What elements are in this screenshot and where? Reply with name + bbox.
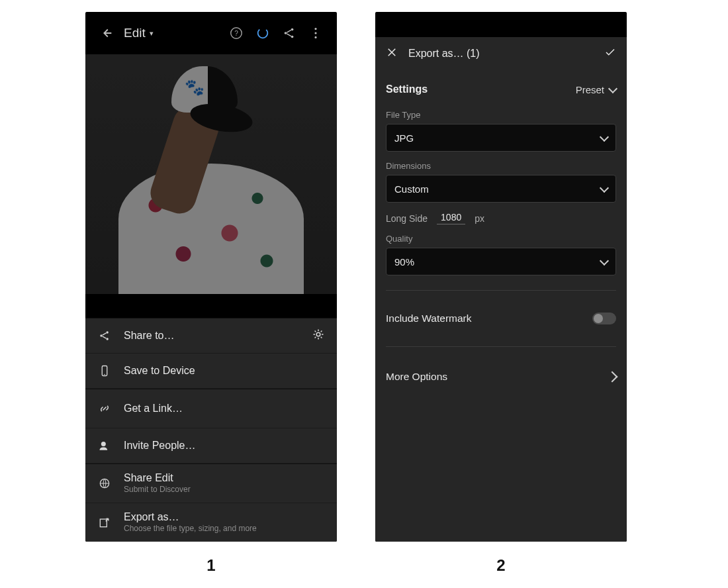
caption-1: 1	[85, 556, 337, 575]
export-panel: Settings Preset File Type JPG Dimensions…	[375, 70, 627, 542]
share-button[interactable]	[276, 26, 302, 40]
svg-point-8	[314, 36, 316, 38]
chevron-down-icon	[600, 256, 609, 266]
phone-icon	[98, 364, 111, 377]
watermark-toggle[interactable]	[592, 313, 616, 324]
overflow-button[interactable]	[302, 26, 329, 40]
share-to-label: Share to…	[124, 330, 174, 342]
svg-point-12	[316, 332, 320, 336]
dimensions-select[interactable]: Custom	[386, 175, 616, 203]
file-type-label: File Type	[386, 110, 616, 120]
watermark-label: Include Watermark	[386, 313, 472, 324]
invite-people-row[interactable]: Invite People…	[85, 428, 337, 464]
share-icon	[282, 26, 296, 40]
dimensions-label: Dimensions	[386, 161, 616, 171]
check-icon	[604, 46, 616, 58]
share-to-row[interactable]: Share to…	[85, 318, 337, 354]
quality-select[interactable]: 90%	[386, 248, 616, 275]
export-as-sub: Choose the file type, sizing, and more	[124, 524, 257, 534]
svg-rect-17	[100, 519, 107, 527]
save-to-device-row[interactable]: Save to Device	[85, 354, 337, 389]
svg-point-10	[107, 331, 109, 333]
gear-icon	[312, 328, 325, 341]
share-settings-button[interactable]	[312, 328, 325, 344]
svg-point-5	[291, 36, 294, 38]
svg-point-7	[314, 32, 316, 34]
person-add-icon	[98, 439, 111, 452]
divider	[386, 290, 616, 291]
more-options-label: More Options	[386, 371, 447, 383]
settings-heading-row: Settings Preset	[386, 78, 616, 101]
divider	[386, 346, 616, 347]
chevron-down-icon	[600, 132, 609, 142]
globe-icon	[98, 477, 111, 490]
cloud-sync-button[interactable]	[250, 26, 276, 40]
long-side-label: Long Side	[386, 213, 428, 224]
photo-preview: 🐾	[85, 54, 337, 294]
more-options-row[interactable]: More Options	[386, 362, 616, 392]
screen-export-settings: Export as… (1) Settings Preset File Type…	[375, 12, 627, 542]
invite-people-label: Invite People…	[124, 440, 196, 452]
file-type-select[interactable]: JPG	[386, 124, 616, 152]
sync-circle-icon	[255, 26, 270, 40]
more-vertical-icon	[308, 26, 323, 40]
edit-mode-label: Edit	[124, 26, 146, 40]
back-button[interactable]	[93, 26, 120, 40]
file-type-value: JPG	[394, 132, 414, 144]
chevron-down-icon	[600, 183, 609, 193]
svg-point-11	[107, 338, 109, 340]
export-icon	[98, 516, 111, 529]
quality-label: Quality	[386, 234, 616, 244]
confirm-button[interactable]	[604, 46, 616, 61]
get-link-row[interactable]: Get a Link…	[85, 389, 337, 428]
save-to-device-label: Save to Device	[124, 365, 195, 377]
chevron-right-icon	[607, 371, 618, 383]
arrow-left-icon	[99, 26, 114, 40]
watermark-row: Include Watermark	[386, 305, 616, 332]
long-side-row: Long Side 1080 px	[386, 212, 616, 224]
app-topbar: Edit ▾ ?	[85, 12, 337, 54]
help-icon: ?	[229, 26, 244, 40]
paw-icon: 🐾	[185, 78, 205, 97]
close-button[interactable]	[386, 46, 398, 61]
share-icon	[98, 329, 111, 342]
svg-point-6	[314, 28, 316, 30]
share-edit-sub: Submit to Discover	[124, 485, 191, 495]
screen-share-menu: Edit ▾ ? 🐾 Share to	[85, 12, 337, 542]
svg-point-15	[101, 442, 106, 446]
export-header: Export as… (1)	[375, 37, 627, 70]
svg-text:?: ?	[234, 30, 238, 37]
link-icon	[98, 402, 111, 415]
edit-mode-dropdown[interactable]: Edit ▾	[124, 26, 154, 40]
export-title: Export as… (1)	[408, 48, 480, 60]
svg-point-14	[104, 374, 105, 375]
long-side-unit: px	[475, 213, 484, 224]
chevron-down-icon	[608, 84, 617, 93]
caret-down-icon: ▾	[150, 29, 154, 38]
settings-label: Settings	[386, 83, 428, 95]
share-sheet: Share to… Save to Device Get a Link… Inv…	[85, 318, 337, 542]
long-side-input[interactable]: 1080	[437, 212, 465, 224]
preset-label: Preset	[576, 84, 604, 95]
svg-point-2	[256, 26, 270, 40]
quality-value: 90%	[394, 256, 414, 268]
svg-point-3	[285, 32, 287, 34]
svg-point-4	[291, 28, 294, 31]
share-edit-row[interactable]: Share Edit Submit to Discover	[85, 464, 337, 503]
preset-dropdown[interactable]: Preset	[576, 84, 616, 95]
export-as-label: Export as…	[124, 511, 257, 523]
share-edit-label: Share Edit	[124, 472, 191, 484]
help-button[interactable]: ?	[223, 26, 250, 40]
get-link-label: Get a Link…	[124, 403, 183, 415]
close-icon	[386, 46, 398, 58]
export-as-row[interactable]: Export as… Choose the file type, sizing,…	[85, 503, 337, 542]
caption-2: 2	[375, 556, 627, 575]
svg-point-9	[100, 334, 102, 336]
dimensions-value: Custom	[394, 183, 429, 195]
